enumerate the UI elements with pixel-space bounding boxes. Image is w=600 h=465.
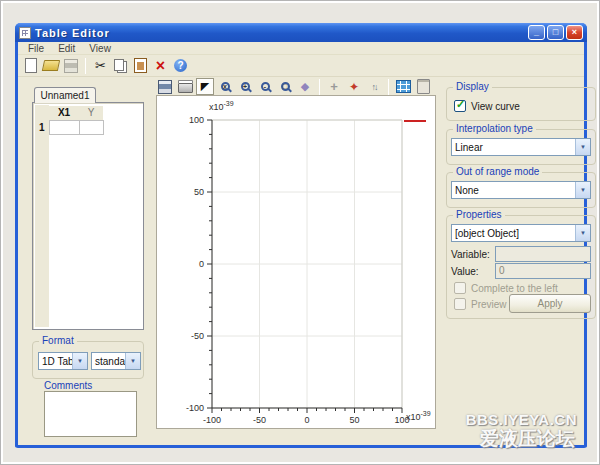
comments-textarea[interactable]: [44, 391, 137, 437]
row-header-1[interactable]: 1: [35, 120, 49, 134]
format-label: Format: [39, 335, 77, 346]
view-curve-label: View curve: [471, 101, 520, 112]
titlebar[interactable]: Table Editor _ □ ×: [15, 23, 587, 42]
table-row: 1: [35, 120, 103, 134]
variable-label: Variable:: [451, 249, 490, 260]
svg-text:100: 100: [189, 115, 204, 125]
print-icon[interactable]: [176, 78, 194, 95]
interpolation-label: Interpolation type: [453, 123, 536, 134]
rescale-icon[interactable]: [365, 78, 383, 95]
svg-text:-50: -50: [253, 415, 266, 425]
marker-icon[interactable]: [345, 78, 363, 95]
toolbar-separator: [319, 79, 320, 95]
tab-unnamed1[interactable]: Unnamed1: [34, 87, 96, 103]
menu-file[interactable]: File: [22, 43, 50, 54]
svg-text:50: 50: [194, 187, 204, 197]
variable-field[interactable]: [495, 246, 591, 262]
help-icon[interactable]: [172, 57, 189, 74]
pan-icon[interactable]: [296, 78, 314, 95]
page-background: Table Editor _ □ × File Edit View Unname…: [0, 0, 600, 465]
zoom-in-icon[interactable]: +: [236, 78, 254, 95]
svg-text:50: 50: [349, 415, 359, 425]
svg-text:-50: -50: [191, 331, 204, 341]
format-type-select[interactable]: 1D Table: [38, 352, 88, 370]
watermark-line2: 爱液压论坛: [480, 426, 575, 452]
svg-text:0: 0: [199, 259, 204, 269]
paste-icon[interactable]: [132, 57, 149, 74]
data-grid: X1 Y 1: [35, 106, 104, 135]
toolbar-separator: [388, 79, 389, 95]
out-of-range-select[interactable]: None: [451, 181, 591, 199]
menu-edit[interactable]: Edit: [52, 43, 81, 54]
preview-label: Preview: [471, 299, 507, 310]
value-field[interactable]: 0: [495, 263, 591, 279]
complete-left-row: ✓ Complete to the left: [454, 282, 558, 294]
chart-panel: -100-50050100-100-50050100x10-39x10-39: [156, 95, 436, 429]
close-button[interactable]: ×: [566, 25, 583, 40]
delete-icon[interactable]: [152, 57, 169, 74]
add-point-icon[interactable]: [325, 78, 343, 95]
column-header-y[interactable]: Y: [79, 106, 103, 120]
properties-label: Properties: [453, 209, 505, 220]
zoom-dynamic-icon[interactable]: x: [216, 78, 234, 95]
svg-text:x10-39: x10-39: [406, 410, 431, 422]
preview-row: ✓ Preview: [454, 298, 507, 310]
cell-x1-1[interactable]: [49, 120, 79, 134]
svg-text:0: 0: [304, 415, 309, 425]
chevron-down-icon[interactable]: [575, 139, 590, 155]
window-title: Table Editor: [35, 27, 528, 39]
svg-text:-100: -100: [186, 403, 204, 413]
menu-bar: File Edit View: [18, 42, 584, 55]
new-file-icon[interactable]: [22, 57, 39, 74]
row-header-strip: [35, 105, 49, 327]
format-style-select[interactable]: standard: [91, 352, 141, 370]
copy-icon[interactable]: [112, 57, 129, 74]
menu-view[interactable]: View: [83, 43, 117, 54]
chevron-down-icon[interactable]: [125, 353, 140, 369]
complete-left-checkbox[interactable]: ✓: [454, 282, 466, 294]
display-label: Display: [453, 81, 492, 92]
cut-icon[interactable]: [92, 57, 109, 74]
save-file-icon[interactable]: [62, 57, 79, 74]
apply-button[interactable]: Apply: [509, 294, 591, 313]
chevron-down-icon[interactable]: [575, 182, 590, 198]
select-cursor-icon[interactable]: [196, 78, 214, 95]
column-header-x1[interactable]: X1: [49, 106, 79, 120]
svg-text:-100: -100: [203, 415, 221, 425]
complete-left-label: Complete to the left: [471, 283, 558, 294]
chart-toolbar: x + - □: [156, 78, 432, 95]
toolbar-separator: [85, 58, 86, 74]
clipboard-icon[interactable]: [414, 78, 432, 95]
zoom-out-icon[interactable]: -: [256, 78, 274, 95]
data-table-panel: X1 Y 1: [32, 102, 144, 330]
svg-text:x10-39: x10-39: [209, 100, 234, 112]
value-label: Value:: [451, 266, 479, 277]
chevron-down-icon[interactable]: [72, 353, 87, 369]
table-editor-window: Table Editor _ □ × File Edit View Unname…: [15, 23, 587, 448]
plot-canvas[interactable]: -100-50050100-100-50050100x10-39x10-39: [157, 96, 435, 428]
zoom-window-icon[interactable]: □: [276, 78, 294, 95]
chevron-down-icon[interactable]: [575, 225, 590, 241]
copy-chart-icon[interactable]: [394, 78, 412, 95]
app-icon: [19, 27, 31, 39]
view-curve-row: ✓ View curve: [454, 100, 520, 112]
out-of-range-label: Out of range mode: [453, 166, 542, 177]
open-file-icon[interactable]: [42, 57, 59, 74]
main-toolbar: [18, 55, 584, 77]
view-curve-checkbox[interactable]: ✓: [454, 100, 466, 112]
minimize-button[interactable]: _: [528, 25, 545, 40]
cell-y-1[interactable]: [79, 120, 103, 134]
comments-label: Comments: [44, 380, 92, 391]
interpolation-select[interactable]: Linear: [451, 138, 591, 156]
chart-save-icon[interactable]: [156, 78, 174, 95]
preview-checkbox[interactable]: ✓: [454, 298, 466, 310]
maximize-button[interactable]: □: [547, 25, 564, 40]
grid-corner: [35, 106, 49, 120]
properties-select[interactable]: [object Object]: [451, 224, 591, 242]
